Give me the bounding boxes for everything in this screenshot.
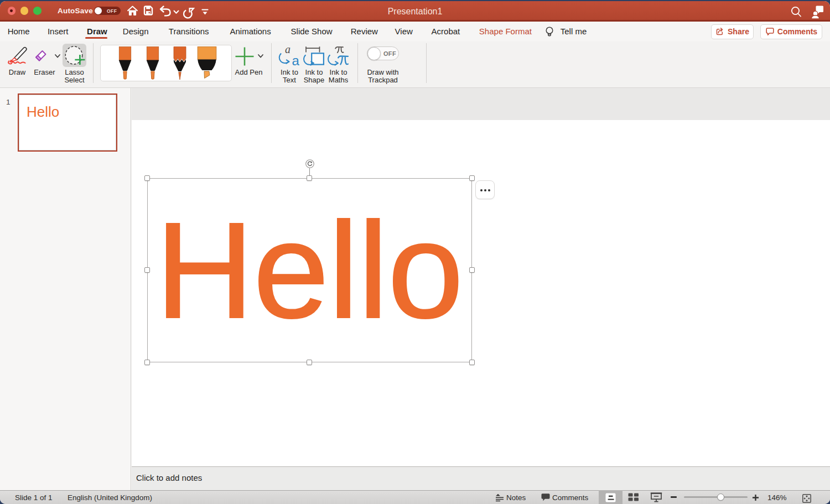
svg-text:a: a [292,53,300,67]
svg-text:a: a [285,44,290,55]
